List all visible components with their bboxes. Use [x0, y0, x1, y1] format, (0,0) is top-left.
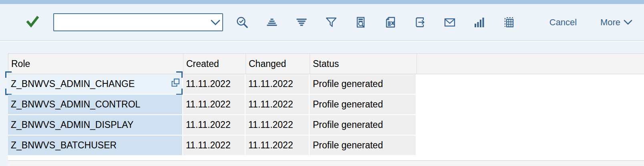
local-file-export-icon	[414, 16, 427, 29]
green-checkmark-icon	[25, 14, 40, 30]
changed-cell[interactable]: 11.11.2022	[246, 136, 310, 156]
toolbar-icon-row	[233, 14, 530, 31]
changed-cell[interactable]: 11.11.2022	[246, 115, 310, 136]
created-cell[interactable]: 11.11.2022	[183, 74, 246, 95]
table-row: Z_BNWVS_ADMIN_CHANGE 11.11.2022 11.11.20…	[8, 74, 644, 95]
role-cell[interactable]: Z_BNWVS_ADMIN_CHANGE	[8, 74, 183, 95]
sort-descending-icon	[295, 16, 308, 29]
toolbar-lower-band	[0, 42, 644, 53]
find-button[interactable]	[233, 14, 251, 31]
column-header-changed[interactable]: Changed	[246, 54, 310, 74]
status-cell[interactable]: Profile generated	[310, 115, 417, 136]
column-header-created[interactable]: Created	[183, 54, 246, 74]
graphic-button[interactable]	[471, 14, 488, 31]
send-mail-button[interactable]	[441, 14, 459, 31]
export-spreadsheet-button[interactable]	[382, 14, 399, 31]
role-cell[interactable]: Z_BNWVS_BATCHUSER	[8, 136, 183, 156]
combobox-input[interactable]	[54, 17, 209, 28]
changed-cell[interactable]: 11.11.2022	[246, 74, 310, 95]
copy-icon[interactable]	[170, 77, 181, 91]
chevron-down-icon	[624, 20, 632, 25]
export-spreadsheet-icon	[384, 16, 397, 29]
choose-layout-button[interactable]	[500, 14, 518, 31]
print-preview-icon	[354, 16, 367, 29]
sap-alv-screen: Cancel More Role Created Changed Status …	[0, 0, 644, 166]
local-file-export-button[interactable]	[411, 14, 429, 31]
column-header-role[interactable]: Role	[8, 54, 183, 74]
column-header-filler	[417, 54, 644, 74]
table-row: Z_BNWVS_BATCHUSER 11.11.2022 11.11.2022 …	[8, 136, 644, 156]
command-combobox[interactable]	[53, 13, 223, 31]
cancel-button[interactable]: Cancel	[543, 14, 583, 31]
confirm-button[interactable]	[24, 14, 42, 31]
print-preview-button[interactable]	[352, 14, 370, 31]
window-top-strip	[0, 0, 644, 4]
chevron-down-icon[interactable]	[209, 17, 222, 28]
table-header-row: Role Created Changed Status	[8, 53, 644, 74]
send-mail-icon	[443, 16, 456, 29]
status-cell[interactable]: Profile generated	[310, 74, 417, 95]
left-margin-strip	[0, 53, 8, 166]
sort-descending-button[interactable]	[293, 14, 310, 31]
table-row: Z_BNWVS_ADMIN_CONTROL 11.11.2022 11.11.2…	[8, 95, 644, 115]
find-icon	[236, 16, 249, 29]
alv-grid-area: Role Created Changed Status Z_BNWVS_ADMI…	[8, 53, 644, 166]
created-cell[interactable]: 11.11.2022	[183, 136, 246, 156]
role-cell[interactable]: Z_BNWVS_ADMIN_DISPLAY	[8, 115, 183, 136]
sort-ascending-icon	[266, 16, 278, 29]
choose-layout-icon	[503, 16, 515, 29]
role-cell[interactable]: Z_BNWVS_ADMIN_CONTROL	[8, 95, 183, 115]
created-cell[interactable]: 11.11.2022	[183, 95, 246, 115]
cancel-button-label: Cancel	[549, 17, 577, 28]
graphic-icon	[473, 16, 486, 29]
table-row: Z_BNWVS_ADMIN_DISPLAY 11.11.2022 11.11.2…	[8, 115, 644, 136]
more-button[interactable]: More	[594, 14, 638, 31]
status-cell[interactable]: Profile generated	[310, 95, 417, 115]
status-cell[interactable]: Profile generated	[310, 136, 417, 156]
filter-icon	[325, 16, 338, 29]
filter-button[interactable]	[322, 14, 340, 31]
changed-cell[interactable]: 11.11.2022	[246, 95, 310, 115]
created-cell[interactable]: 11.11.2022	[183, 115, 246, 136]
role-cell-text: Z_BNWVS_ADMIN_CHANGE	[11, 79, 135, 89]
bottom-panel-edge	[8, 160, 644, 166]
application-toolbar: Cancel More	[0, 4, 644, 41]
sort-ascending-button[interactable]	[263, 14, 281, 31]
more-button-label: More	[600, 17, 620, 28]
column-header-status[interactable]: Status	[310, 54, 417, 74]
